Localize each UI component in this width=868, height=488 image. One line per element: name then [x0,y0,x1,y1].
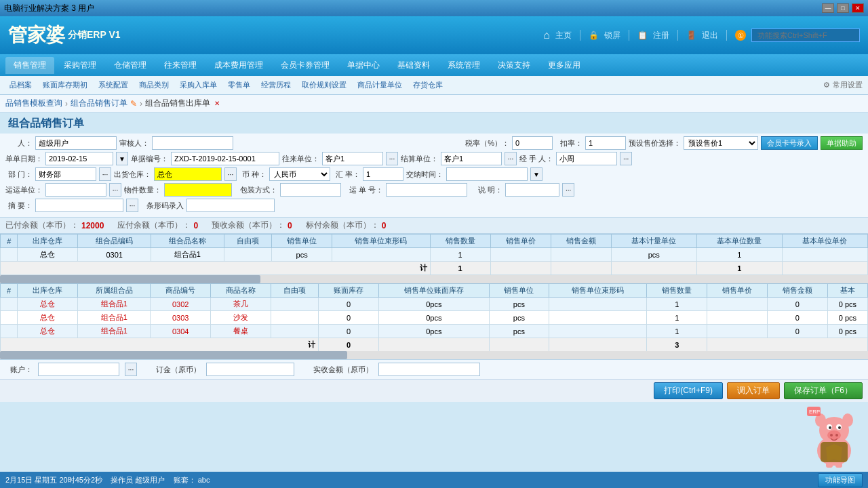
warehouse-btn[interactable]: ··· [224,167,237,181]
svg-point-10 [835,434,838,436]
col-name: 组合品名称 [151,235,224,248]
col-baseunit: 基本计量单位 [611,235,696,248]
save-btn[interactable]: 保存订单（F6） [784,382,863,399]
exchrate-input[interactable] [363,167,403,181]
toolbar-sysconfig[interactable]: 系统配置 [94,79,132,92]
shipper-btn[interactable]: ··· [109,183,121,197]
nav-cost[interactable]: 成本费用管理 [206,57,271,74]
person-input[interactable] [35,136,117,150]
sub-col-amount: 销售金额 [767,284,827,298]
dealtime-btn[interactable]: ▼ [530,167,542,181]
received-input[interactable] [378,363,480,376]
discount-input[interactable] [585,136,626,150]
sub-cell-barcode [549,325,647,338]
handler-btn[interactable]: ··· [620,152,632,165]
reviewer-input[interactable] [152,136,233,150]
dept-input[interactable] [35,167,96,181]
sub-total-unitstock [379,338,490,352]
help-btn[interactable]: 单据助助 [821,136,863,150]
member-card-btn[interactable]: 会员卡号录入 [761,136,818,150]
nav-more[interactable]: 更多应用 [540,57,589,74]
sub-table-row[interactable]: 总仓 组合品1 0303 沙发 0 0pcs pcs 1 0 0 pcs [1,311,868,325]
sub-table-row[interactable]: 总仓 组合品1 0302 茶几 0 0pcs pcs 1 0 0 pcs [1,298,868,311]
breadcrumb-2[interactable]: 组合品销售订单 [71,98,127,109]
toolbar-archive[interactable]: 品档案 [5,79,36,92]
nav-decision[interactable]: 决策支持 [490,57,538,74]
date-picker-btn[interactable]: ▼ [116,152,128,165]
docno-input[interactable] [171,152,279,165]
taxrate-input[interactable] [512,136,553,150]
notes-btn[interactable]: ··· [126,199,138,212]
toolbar-category[interactable]: 商品类别 [135,79,173,92]
date-input[interactable] [45,152,113,165]
breadcrumb-close[interactable]: ✕ [214,100,220,107]
sub-table-hscroll[interactable] [0,351,868,359]
settlement-btn[interactable]: ··· [505,152,517,165]
toolbar-uom[interactable]: 商品计量单位 [353,79,406,92]
toolbar-stock-init[interactable]: 账面库存期初 [39,79,92,92]
nav-relations[interactable]: 往来管理 [156,57,205,74]
nav-bar: 销售管理 采购管理 仓储管理 往来管理 成本费用管理 会员卡券管理 单据中心 基… [0,54,868,76]
shipno-label: 运 单 号： [349,185,383,195]
toolbar-pricing[interactable]: 取价规则设置 [298,79,351,92]
sub-table-row[interactable]: 总仓 组合品1 0304 餐桌 0 0pcs pcs 1 0 0 pcs [1,325,868,338]
account-btn[interactable]: ··· [125,363,137,376]
shipno-input[interactable] [386,183,467,197]
gear-icon: ⚙ [823,81,830,89]
partner-input[interactable] [322,152,383,165]
sub-cell-amount: 0 [767,311,827,325]
table-row[interactable]: 总仓 0301 组合品1 pcs 1 pcs 1 [1,248,868,262]
notes-input[interactable] [35,199,123,212]
handler-input[interactable] [556,152,617,165]
barcode-input[interactable] [186,199,275,212]
qty-input[interactable] [164,183,232,197]
nav-purchase[interactable]: 采购管理 [56,57,104,74]
settlement-input[interactable] [441,152,502,165]
home-link[interactable]: 主页 [555,30,572,41]
nav-basic[interactable]: 基础资料 [389,57,438,74]
toolbar-warehouse[interactable]: 存货仓库 [409,79,447,92]
dept-btn[interactable]: ··· [99,167,111,181]
lock-link[interactable]: 锁屏 [604,30,620,41]
minimize-btn[interactable]: — [822,3,834,13]
sub-cell-qty: 1 [647,298,707,311]
order-input[interactable] [206,363,294,376]
svg-rect-12 [826,462,833,468]
function-search[interactable] [751,28,860,42]
toolbar-history[interactable]: 经营历程 [257,79,295,92]
svg-point-9 [830,434,833,436]
presale-select[interactable]: 预设售价1 [684,136,758,150]
toolbar-settings[interactable]: ⚙ 常用设置 [823,80,863,90]
info-icon[interactable]: ① [735,30,746,41]
handler-label: 经 手 人： [519,154,553,164]
maximize-btn[interactable]: □ [837,3,849,13]
package-input[interactable] [280,183,341,197]
shipper-input[interactable] [45,183,106,197]
dealtime-input[interactable] [446,167,528,181]
cell-barcode [332,248,431,262]
breadcrumb-1[interactable]: 品销售模板查询 [5,98,62,109]
toolbar-retail[interactable]: 零售单 [224,79,254,92]
register-link[interactable]: 注册 [653,30,669,41]
breadcrumb-sep2: › [140,99,142,108]
partner-btn[interactable]: ··· [386,152,398,165]
sub-table-container: # 出库仓库 所属组合品 商品编号 商品名称 自由项 账面库存 销售单位账面库存… [0,283,868,351]
remark-input[interactable] [505,183,559,197]
nav-warehouse[interactable]: 仓储管理 [106,57,155,74]
nav-sales[interactable]: 销售管理 [5,57,54,74]
toolbar-purchase-in[interactable]: 采购入库单 [176,79,221,92]
nav-voucher[interactable]: 单据中心 [339,57,388,74]
main-table-hscroll[interactable] [0,275,868,283]
nav-system[interactable]: 系统管理 [439,57,488,74]
warehouse-input[interactable] [154,167,222,181]
account-input[interactable] [38,363,119,376]
print-btn[interactable]: 打印(Ctrl+F9) [654,382,723,399]
import-btn[interactable]: 调入订单 [727,382,780,399]
nav-member[interactable]: 会员卡券管理 [273,57,338,74]
cell-free[interactable] [224,248,272,262]
close-btn[interactable]: ✕ [852,3,864,13]
exit-link[interactable]: 退出 [702,30,718,41]
help-map-btn[interactable]: 功能导图 [818,473,863,487]
currency-select[interactable]: 人民币 [269,167,330,181]
remark-btn[interactable]: ··· [562,183,574,197]
